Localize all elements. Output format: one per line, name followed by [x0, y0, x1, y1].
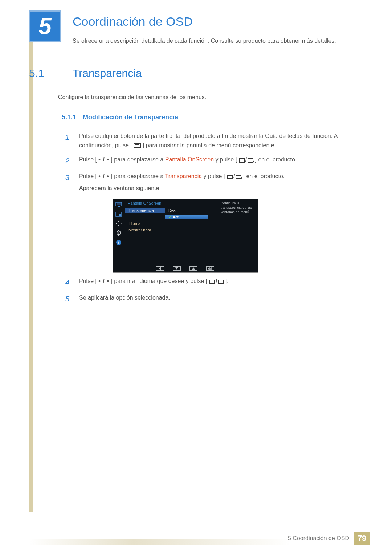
text-fragment: ] para ir al idioma que desee y pulse [ — [109, 278, 207, 284]
text-fragment: Pulse [ — [79, 173, 98, 179]
text-fragment: y pulse [ — [202, 173, 225, 179]
osd-screenshot: i Pantalla OnScreen Transparencia Des. ✔… — [113, 198, 258, 273]
chapter-description: Se ofrece una descripción detallada de c… — [73, 37, 363, 45]
step-text: Pulse cualquier botón de la parte fronta… — [79, 131, 363, 150]
step-1: 1 Pulse cualquier botón de la parte fron… — [65, 131, 363, 150]
osd-option-act-selected: ✔Act. — [165, 215, 208, 219]
step-number: 2 — [65, 155, 73, 167]
osd-help-text: Configure la transparencia de las ventan… — [221, 201, 256, 214]
osd-row-act: ✔Act. — [125, 214, 258, 220]
arrows-icon — [115, 221, 122, 226]
step-number: 5 — [65, 293, 73, 305]
osd-row-idioma: Idioma — [125, 220, 258, 227]
step-text: Pulse [ • / • ] para desplazarse a Panta… — [79, 155, 297, 167]
gear-icon — [115, 230, 122, 236]
text-fragment: ] para desplazarse a — [109, 173, 165, 179]
check-icon: ✔ — [168, 215, 173, 219]
step-aftertext: Aparecerá la ventana siguiente. — [79, 184, 285, 193]
side-accent-bar — [29, 15, 33, 512]
osd-btn-down-icon — [173, 266, 181, 271]
osd-row-mostrar-hora: Mostrar hora — [125, 227, 258, 233]
select-enter-icon: / — [209, 277, 224, 286]
text-fragment: Pulse [ — [79, 156, 98, 163]
osd-item-label: Transparencia — [125, 208, 165, 213]
subsection-number: 5.1.1 — [62, 114, 76, 121]
step-3: 3 Pulse [ • / • ] para desplazarse a Tra… — [65, 172, 363, 193]
footer-page-number: 79 — [354, 532, 370, 545]
osd-side-icons: i — [113, 199, 125, 265]
section-title: Transparencia — [73, 67, 142, 79]
select-enter-icon: / — [227, 172, 241, 181]
osd-item-label: Idioma — [125, 221, 165, 226]
text-fragment: ] para desplazarse a — [109, 156, 165, 163]
subsection-title: Modificación de Transparencia — [83, 114, 178, 121]
step-4: 4 Pulse [ • / • ] para ir al idioma que … — [65, 276, 363, 288]
highlight-text: Transparencia — [165, 173, 202, 179]
osd-option-des: Des. — [165, 208, 208, 213]
chapter-number-badge: 5 — [29, 10, 61, 42]
osd-footer-buttons — [113, 265, 258, 272]
pip-icon — [115, 211, 122, 217]
step-text: Se aplicará la opción seleccionada. — [79, 293, 170, 305]
section-number: 5.1 — [29, 67, 62, 79]
step-text: Pulse [ • / • ] para desplazarse a Trans… — [79, 172, 285, 193]
step-number: 1 — [65, 131, 73, 150]
osd-option-label: Act. — [173, 215, 180, 219]
text-fragment: ] en el producto. — [243, 173, 285, 179]
osd-btn-left-icon — [156, 266, 164, 271]
info-icon: i — [115, 239, 122, 245]
step-2: 2 Pulse [ • / • ] para desplazarse a Pan… — [65, 155, 363, 167]
text-fragment: Pulse [ — [79, 278, 98, 284]
chapter-title: Coordinación de OSD — [73, 15, 363, 29]
svg-point-6 — [118, 233, 119, 234]
nav-dots-icon: • / • — [98, 278, 109, 284]
text-fragment: ] para mostrar la pantalla de menú corre… — [143, 142, 276, 148]
svg-rect-2 — [118, 206, 120, 207]
nav-dots-icon: • / • — [98, 156, 109, 163]
osd-btn-up-icon — [189, 266, 197, 271]
step-5: 5 Se aplicará la opción seleccionada. — [65, 293, 363, 305]
section-description: Configure la transparencia de las ventan… — [58, 94, 363, 100]
highlight-text: Pantalla OnScreen — [165, 156, 214, 163]
select-enter-icon: / — [239, 155, 253, 165]
step-number: 4 — [65, 276, 73, 288]
menu-icon — [134, 143, 141, 148]
text-fragment: ] en el producto. — [255, 156, 297, 163]
svg-rect-1 — [117, 203, 121, 205]
monitor-icon — [115, 202, 122, 208]
step-text: Pulse [ • / • ] para ir al idioma que de… — [79, 276, 229, 288]
footer-chapter-text: 5 Coordinación de OSD — [288, 535, 349, 542]
svg-text:i: i — [118, 240, 119, 245]
osd-item-label: Mostrar hora — [125, 228, 165, 232]
step-number: 3 — [65, 172, 73, 193]
text-fragment: ]. — [225, 278, 229, 284]
svg-rect-4 — [119, 214, 121, 216]
text-fragment: y pulse [ — [214, 156, 237, 163]
footer-gradient — [29, 539, 290, 545]
osd-btn-enter-icon — [206, 266, 214, 271]
nav-dots-icon: • / • — [98, 173, 109, 179]
chapter-number: 5 — [38, 13, 52, 40]
